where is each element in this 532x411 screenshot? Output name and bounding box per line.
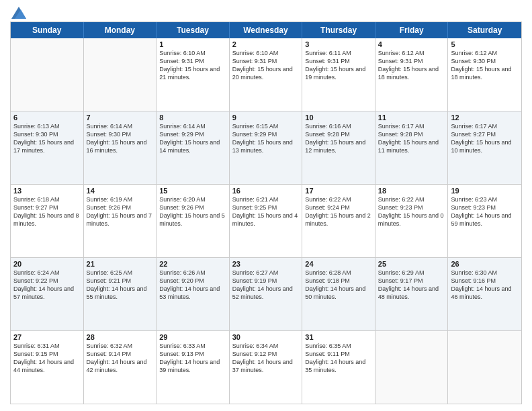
calendar-day-20: 20Sunrise: 6:24 AM Sunset: 9:22 PM Dayli…: [11, 258, 84, 330]
day-info: Sunrise: 6:21 AM Sunset: 9:25 PM Dayligh…: [232, 195, 300, 228]
calendar-week-2: 6Sunrise: 6:13 AM Sunset: 9:30 PM Daylig…: [11, 111, 521, 184]
header-day-monday: Monday: [84, 22, 157, 38]
header-day-sunday: Sunday: [11, 22, 84, 38]
calendar-day-25: 25Sunrise: 6:29 AM Sunset: 9:17 PM Dayli…: [375, 258, 449, 330]
calendar-day-10: 10Sunrise: 6:16 AM Sunset: 9:28 PM Dayli…: [302, 111, 375, 184]
day-info: Sunrise: 6:17 AM Sunset: 9:28 PM Dayligh…: [378, 122, 445, 155]
day-info: Sunrise: 6:28 AM Sunset: 9:18 PM Dayligh…: [305, 269, 372, 302]
day-number: 12: [451, 113, 519, 122]
day-info: Sunrise: 6:22 AM Sunset: 9:24 PM Dayligh…: [305, 195, 372, 228]
calendar-day-17: 17Sunrise: 6:22 AM Sunset: 9:24 PM Dayli…: [302, 185, 375, 257]
day-info: Sunrise: 6:32 AM Sunset: 9:14 PM Dayligh…: [87, 342, 154, 375]
day-info: Sunrise: 6:10 AM Sunset: 9:31 PM Dayligh…: [159, 49, 226, 82]
day-number: 7: [87, 113, 154, 122]
day-number: 20: [13, 260, 81, 268]
calendar-day-23: 23Sunrise: 6:27 AM Sunset: 9:19 PM Dayli…: [230, 258, 303, 330]
day-info: Sunrise: 6:29 AM Sunset: 9:17 PM Dayligh…: [378, 269, 445, 302]
page: SundayMondayTuesdayWednesdayThursdayFrid…: [0, 0, 532, 411]
logo: [10, 7, 26, 16]
day-info: Sunrise: 6:10 AM Sunset: 9:31 PM Dayligh…: [232, 49, 300, 82]
calendar-week-4: 20Sunrise: 6:24 AM Sunset: 9:22 PM Dayli…: [11, 257, 521, 330]
calendar-day-11: 11Sunrise: 6:17 AM Sunset: 9:28 PM Dayli…: [375, 111, 449, 184]
day-info: Sunrise: 6:19 AM Sunset: 9:26 PM Dayligh…: [87, 195, 154, 228]
day-number: 17: [305, 187, 372, 195]
day-number: 3: [305, 40, 372, 48]
day-number: 19: [451, 187, 519, 195]
header-day-saturday: Saturday: [448, 22, 521, 38]
day-info: Sunrise: 6:31 AM Sunset: 9:15 PM Dayligh…: [13, 342, 81, 375]
calendar-day-6: 6Sunrise: 6:13 AM Sunset: 9:30 PM Daylig…: [11, 111, 84, 184]
logo-icon: [11, 7, 26, 19]
calendar-day-14: 14Sunrise: 6:19 AM Sunset: 9:26 PM Dayli…: [84, 185, 157, 257]
calendar-week-3: 13Sunrise: 6:18 AM Sunset: 9:27 PM Dayli…: [11, 184, 521, 257]
calendar-day-13: 13Sunrise: 6:18 AM Sunset: 9:27 PM Dayli…: [11, 185, 84, 257]
header: [10, 7, 522, 16]
calendar: SundayMondayTuesdayWednesdayThursdayFrid…: [10, 21, 522, 404]
calendar-day-19: 19Sunrise: 6:23 AM Sunset: 9:23 PM Dayli…: [448, 185, 521, 257]
day-info: Sunrise: 6:12 AM Sunset: 9:31 PM Dayligh…: [378, 49, 445, 82]
day-info: Sunrise: 6:20 AM Sunset: 9:26 PM Dayligh…: [159, 195, 226, 228]
day-number: 10: [305, 113, 372, 122]
calendar-day-30: 30Sunrise: 6:34 AM Sunset: 9:12 PM Dayli…: [230, 331, 303, 404]
calendar-day-21: 21Sunrise: 6:25 AM Sunset: 9:21 PM Dayli…: [84, 258, 157, 330]
calendar-day-9: 9Sunrise: 6:15 AM Sunset: 9:29 PM Daylig…: [230, 111, 303, 184]
calendar-header: SundayMondayTuesdayWednesdayThursdayFrid…: [11, 22, 521, 38]
calendar-day-31: 31Sunrise: 6:35 AM Sunset: 9:11 PM Dayli…: [302, 331, 375, 404]
day-number: 1: [159, 40, 226, 48]
day-info: Sunrise: 6:24 AM Sunset: 9:22 PM Dayligh…: [13, 269, 81, 302]
calendar-day-3: 3Sunrise: 6:11 AM Sunset: 9:31 PM Daylig…: [302, 38, 375, 111]
calendar-day-27: 27Sunrise: 6:31 AM Sunset: 9:15 PM Dayli…: [11, 331, 84, 404]
calendar-day-16: 16Sunrise: 6:21 AM Sunset: 9:25 PM Dayli…: [230, 185, 303, 257]
calendar-day-2: 2Sunrise: 6:10 AM Sunset: 9:31 PM Daylig…: [230, 38, 303, 111]
day-info: Sunrise: 6:23 AM Sunset: 9:23 PM Dayligh…: [451, 195, 519, 228]
calendar-body: 1Sunrise: 6:10 AM Sunset: 9:31 PM Daylig…: [11, 38, 521, 404]
day-number: 28: [87, 333, 154, 341]
day-number: 9: [232, 113, 300, 122]
day-info: Sunrise: 6:27 AM Sunset: 9:19 PM Dayligh…: [232, 269, 300, 302]
day-number: 30: [232, 333, 300, 341]
calendar-day-22: 22Sunrise: 6:26 AM Sunset: 9:20 PM Dayli…: [157, 258, 230, 330]
calendar-day-8: 8Sunrise: 6:14 AM Sunset: 9:29 PM Daylig…: [157, 111, 230, 184]
day-number: 18: [378, 187, 445, 195]
day-number: 5: [451, 40, 519, 48]
calendar-day-26: 26Sunrise: 6:30 AM Sunset: 9:16 PM Dayli…: [448, 258, 521, 330]
day-number: 11: [378, 113, 445, 122]
day-info: Sunrise: 6:11 AM Sunset: 9:31 PM Dayligh…: [305, 49, 372, 82]
header-day-tuesday: Tuesday: [157, 22, 230, 38]
day-info: Sunrise: 6:34 AM Sunset: 9:12 PM Dayligh…: [232, 342, 300, 375]
day-number: 25: [378, 260, 445, 268]
day-number: 22: [159, 260, 226, 268]
calendar-day-18: 18Sunrise: 6:22 AM Sunset: 9:23 PM Dayli…: [375, 185, 449, 257]
header-day-friday: Friday: [375, 22, 449, 38]
day-info: Sunrise: 6:25 AM Sunset: 9:21 PM Dayligh…: [87, 269, 154, 302]
calendar-week-1: 1Sunrise: 6:10 AM Sunset: 9:31 PM Daylig…: [11, 38, 521, 111]
day-info: Sunrise: 6:14 AM Sunset: 9:30 PM Dayligh…: [87, 122, 154, 155]
calendar-empty-cell: [84, 38, 157, 111]
day-info: Sunrise: 6:15 AM Sunset: 9:29 PM Dayligh…: [232, 122, 300, 155]
day-info: Sunrise: 6:18 AM Sunset: 9:27 PM Dayligh…: [13, 195, 81, 228]
calendar-day-24: 24Sunrise: 6:28 AM Sunset: 9:18 PM Dayli…: [302, 258, 375, 330]
calendar-day-12: 12Sunrise: 6:17 AM Sunset: 9:27 PM Dayli…: [448, 111, 521, 184]
calendar-day-28: 28Sunrise: 6:32 AM Sunset: 9:14 PM Dayli…: [84, 331, 157, 404]
day-info: Sunrise: 6:22 AM Sunset: 9:23 PM Dayligh…: [378, 195, 445, 228]
day-info: Sunrise: 6:26 AM Sunset: 9:20 PM Dayligh…: [159, 269, 226, 302]
day-number: 2: [232, 40, 300, 48]
calendar-day-4: 4Sunrise: 6:12 AM Sunset: 9:31 PM Daylig…: [375, 38, 449, 111]
calendar-day-29: 29Sunrise: 6:33 AM Sunset: 9:13 PM Dayli…: [157, 331, 230, 404]
day-info: Sunrise: 6:12 AM Sunset: 9:30 PM Dayligh…: [451, 49, 519, 82]
day-number: 21: [87, 260, 154, 268]
day-info: Sunrise: 6:14 AM Sunset: 9:29 PM Dayligh…: [159, 122, 226, 155]
day-number: 6: [13, 113, 81, 122]
day-info: Sunrise: 6:16 AM Sunset: 9:28 PM Dayligh…: [305, 122, 372, 155]
header-day-wednesday: Wednesday: [230, 22, 303, 38]
day-number: 23: [232, 260, 300, 268]
calendar-empty-cell: [11, 38, 84, 111]
day-number: 31: [305, 333, 372, 341]
day-number: 27: [13, 333, 81, 341]
day-info: Sunrise: 6:30 AM Sunset: 9:16 PM Dayligh…: [451, 269, 519, 302]
day-number: 29: [159, 333, 226, 341]
calendar-day-7: 7Sunrise: 6:14 AM Sunset: 9:30 PM Daylig…: [84, 111, 157, 184]
day-number: 24: [305, 260, 372, 268]
day-number: 15: [159, 187, 226, 195]
day-info: Sunrise: 6:33 AM Sunset: 9:13 PM Dayligh…: [159, 342, 226, 375]
